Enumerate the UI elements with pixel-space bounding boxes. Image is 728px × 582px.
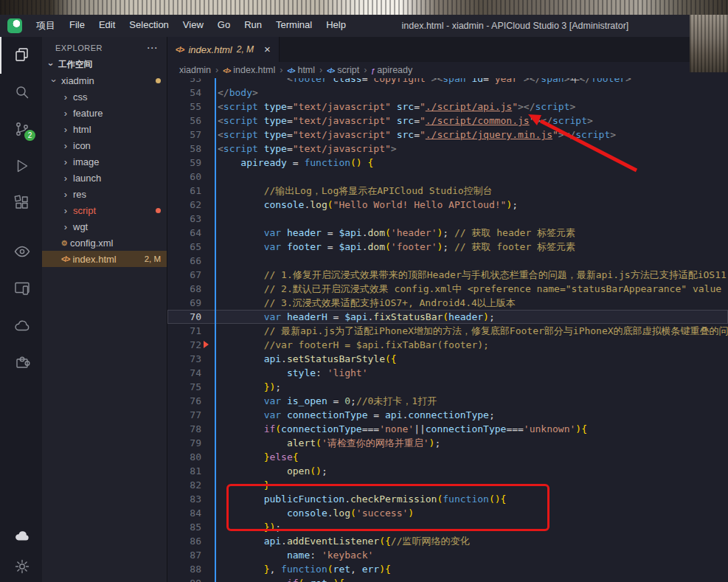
line-number[interactable]: 77	[167, 408, 201, 422]
code-line[interactable]: 85 });	[167, 520, 728, 534]
workspace-section-header[interactable]: › 工作空间	[42, 57, 167, 72]
menu-item-5[interactable]: Go	[211, 17, 237, 35]
code-line[interactable]: 61 //输出Log，Log将显示在APICloud Studio控制台	[167, 184, 728, 198]
code-line[interactable]: 67 // 1.修复开启沉浸式效果带来的顶部Header与手机状态栏重合的问题，…	[167, 268, 728, 282]
line-number[interactable]: 75	[167, 380, 201, 394]
menu-item-8[interactable]: Help	[319, 17, 353, 35]
code-line[interactable]: 83 publicFunction.checkPermission(functi…	[167, 492, 728, 506]
menu-item-2[interactable]: Edit	[92, 17, 122, 35]
code-line[interactable]: 70 var headerH = $api.fixStatusBar(heade…	[167, 310, 728, 324]
line-number[interactable]: 69	[167, 296, 201, 310]
tree-item-index.html[interactable]: </>index.html2, M	[42, 251, 167, 267]
breadcrumb-item-script[interactable]: </>script	[327, 65, 359, 75]
preview-eye-icon[interactable]	[0, 233, 42, 270]
plugin-icon[interactable]	[0, 344, 42, 381]
code-line[interactable]: 77 var connectionType = api.connectionTy…	[167, 408, 728, 422]
code-line[interactable]: 62 console.log("Hello World! Hello APICl…	[167, 198, 728, 212]
tree-item-icon[interactable]: ›icon	[42, 137, 167, 153]
menu-item-4[interactable]: View	[176, 17, 210, 35]
breadcrumb-item-index.html[interactable]: </>index.html	[223, 65, 275, 75]
line-number[interactable]: 86	[167, 534, 201, 548]
tree-item-xiadmin[interactable]: ›xiadmin	[42, 72, 167, 89]
line-number[interactable]: 64	[167, 226, 201, 240]
search-icon[interactable]	[0, 74, 42, 111]
line-number[interactable]: 84	[167, 506, 201, 520]
code-line[interactable]: 72 //var footerH = $api.fixTabBar(footer…	[167, 338, 728, 352]
line-number[interactable]: 70	[167, 310, 201, 324]
tree-item-wgt[interactable]: ›wgt	[42, 218, 167, 235]
line-number[interactable]: 85	[167, 520, 201, 534]
cloud-sync-icon[interactable]	[0, 520, 42, 551]
code-line[interactable]: 71 // 最新api.js为了适配iPhoneX增加的方法，修复底部Foote…	[167, 324, 728, 338]
code-line[interactable]: 58<script type="text/javascript">	[167, 142, 728, 156]
line-number[interactable]: 74	[167, 366, 201, 380]
line-number[interactable]: 67	[167, 268, 201, 282]
code-line[interactable]: 59 apiready = function() {	[167, 156, 728, 170]
code-line[interactable]: 87 name: 'keyback'	[167, 548, 728, 562]
code-line[interactable]: 81 open();	[167, 464, 728, 478]
line-number[interactable]: 78	[167, 422, 201, 436]
line-number[interactable]: 87	[167, 548, 201, 562]
line-number[interactable]: 54	[167, 86, 201, 100]
menu-item-0[interactable]: 项目	[30, 17, 62, 35]
line-number[interactable]: 71	[167, 324, 201, 338]
line-number[interactable]: 61	[167, 184, 201, 198]
line-number[interactable]: 58	[167, 142, 201, 156]
code-line[interactable]: 55<script type="text/javascript" src="./…	[167, 100, 728, 114]
line-number[interactable]: 59	[167, 156, 201, 170]
line-number[interactable]: 81	[167, 464, 201, 478]
line-number[interactable]: 80	[167, 450, 201, 464]
code-line[interactable]: 66	[167, 254, 728, 268]
code-line[interactable]: 69 // 3.沉浸式效果适配支持iOS7+, Android4.4以上版本	[167, 296, 728, 310]
line-number[interactable]: 89	[167, 576, 201, 582]
run-debug-icon[interactable]	[0, 148, 42, 184]
line-number[interactable]: 60	[167, 170, 201, 184]
extensions-icon[interactable]	[0, 184, 42, 221]
tree-item-script[interactable]: ›script	[42, 202, 167, 218]
code-line[interactable]: 78 if(connectionType==='none'||connectio…	[167, 422, 728, 436]
tree-item-image[interactable]: ›image	[42, 153, 167, 170]
line-number[interactable]: 73	[167, 352, 201, 366]
tree-item-css[interactable]: ›css	[42, 89, 167, 105]
line-number[interactable]: 68	[167, 282, 201, 296]
tab-index-html[interactable]: </> index.html 2, M ×	[167, 37, 280, 62]
line-number[interactable]: 79	[167, 436, 201, 450]
line-number[interactable]: 63	[167, 212, 201, 226]
code-line[interactable]: 82 }	[167, 478, 728, 492]
more-actions-icon[interactable]: ⋯	[147, 44, 159, 52]
tree-item-launch[interactable]: ›launch	[42, 170, 167, 186]
close-icon[interactable]: ×	[264, 44, 271, 55]
menu-item-7[interactable]: Terminal	[269, 17, 319, 35]
code-line[interactable]: 75 });	[167, 380, 728, 394]
code-line[interactable]: 88 }, function(ret, err){	[167, 562, 728, 576]
code-line[interactable]: 64 var header = $api.dom('header'); // 获…	[167, 226, 728, 240]
source-control-icon[interactable]: 2	[0, 111, 42, 148]
menu-item-6[interactable]: Run	[238, 17, 268, 35]
line-number[interactable]: 88	[167, 562, 201, 576]
line-number[interactable]: 76	[167, 394, 201, 408]
line-number[interactable]: 83	[167, 492, 201, 506]
code-line[interactable]: 76 var is_open = 0;//0未打卡，1打开	[167, 394, 728, 408]
tree-item-res[interactable]: ›res	[42, 186, 167, 202]
code-line[interactable]: 65 var footer = $api.dom('footer'); // 获…	[167, 240, 728, 254]
line-number[interactable]: 62	[167, 198, 201, 212]
line-number[interactable]: 55	[167, 100, 201, 114]
tree-item-html[interactable]: ›html	[42, 121, 167, 137]
line-number[interactable]: 53	[167, 78, 201, 86]
device-preview-icon[interactable]	[0, 270, 42, 307]
code-line[interactable]: 73 api.setStatusBarStyle({	[167, 352, 728, 366]
code-line[interactable]: 57<script type="text/javascript" src="./…	[167, 128, 728, 142]
breadcrumb-item-xiadmin[interactable]: xiadmin	[179, 65, 211, 75]
explorer-icon[interactable]	[0, 37, 42, 74]
menu-item-1[interactable]: File	[63, 17, 91, 35]
code-line[interactable]: 86 api.addEventListener({//监听网络的变化	[167, 534, 728, 548]
line-number[interactable]: 72	[167, 338, 201, 352]
cloud-icon[interactable]	[0, 307, 42, 344]
menu-item-3[interactable]: Selection	[122, 17, 175, 35]
code-line[interactable]: 56<script type="text/javascript" src="./…	[167, 114, 728, 128]
code-line[interactable]: 74 style: 'light'	[167, 366, 728, 380]
breadcrumb-item-html[interactable]: </>html	[287, 65, 315, 75]
tree-item-config.xml[interactable]: ⚙config.xml	[42, 235, 167, 251]
code-line[interactable]: 79 alert('请检查你的网络并重启');	[167, 436, 728, 450]
code-line[interactable]: 63	[167, 212, 728, 226]
